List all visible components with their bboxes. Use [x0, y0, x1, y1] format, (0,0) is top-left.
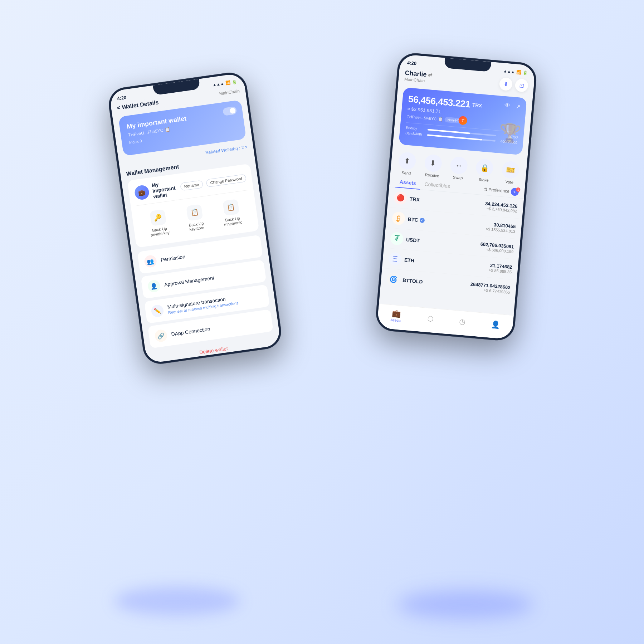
- bttold-amounts: 2648771.04328662 ≈$ 6.77419355: [470, 281, 511, 294]
- bottom-nav-profile[interactable]: 👤: [491, 319, 500, 329]
- btc-verified-badge: ✓: [419, 218, 425, 223]
- asset-list: 🔴 TRX 34,234,453.126 ≈$ 2,760,842,982 ₿ …: [380, 187, 524, 299]
- left-phone: 4:20 ▲▲▲ 📶 🔋 < Wallet Details MainChain …: [107, 70, 284, 366]
- trx-amounts: 34,234,453.126 ≈$ 2,760,842,982: [485, 201, 518, 213]
- backup-mnemonic[interactable]: 📋 Back Up mnemonic: [221, 199, 242, 226]
- send-action[interactable]: ⬆ Send: [397, 152, 416, 176]
- time-left: 4:20: [117, 94, 127, 101]
- btc-icon: ₿: [392, 211, 406, 225]
- eth-icon: Ξ: [388, 252, 402, 266]
- energy-label: Energy: [406, 126, 426, 131]
- vote-icon: 🎫: [501, 161, 520, 179]
- right-phone: 4:20 ▲▲▲ 📶 🔋 Charlie ⇄ MainChain ⬇: [375, 52, 538, 342]
- bottom-nav-history[interactable]: ◷: [459, 317, 465, 326]
- stake-icon: 🔒: [475, 158, 494, 177]
- bottom-nav-assets[interactable]: 💼 Assets: [390, 308, 402, 322]
- eth-amounts: 21.174682 ≈$ 85,885.35: [489, 262, 512, 274]
- profile-nav-icon: 👤: [491, 319, 500, 329]
- scan-button[interactable]: ⊡: [514, 78, 528, 92]
- sunold-name: SUNOLD: [400, 298, 422, 299]
- swap-action[interactable]: ↔ Swap: [449, 156, 468, 180]
- notif-badge: 1: [516, 187, 521, 192]
- bandwidth-label: Bandwidth: [405, 131, 425, 137]
- history-nav-icon: ◷: [459, 317, 465, 326]
- usdt-amounts: 602,786.035091 ≈$ 606,000.199: [480, 241, 514, 254]
- multisig-icon: ✏️: [151, 304, 164, 318]
- approval-icon: 👤: [147, 279, 161, 293]
- backup-keystore-icon: 📋: [186, 204, 203, 221]
- vote-action[interactable]: 🎫 Vote: [501, 161, 519, 185]
- preference-button[interactable]: ⇅ Preference + 1: [483, 185, 519, 196]
- status-icons-left: ▲▲▲ 📶 🔋: [212, 79, 237, 87]
- eth-name: ETH: [404, 257, 414, 263]
- wallet-name-label: My important wallet: [151, 179, 178, 199]
- header-actions: ⬇ ⊡: [499, 77, 528, 92]
- balance-card: 👁 ↗ 56,456,453.221 TRX ≈ $3,951,951.71 T…: [399, 87, 527, 155]
- bttold-icon: 🌀: [386, 272, 400, 286]
- bottom-nav-discover[interactable]: ⬡: [427, 314, 434, 323]
- dapp-icon: 🔗: [154, 329, 168, 342]
- backup-mnemonic-icon: 📋: [223, 199, 239, 216]
- header-user: Charlie ⇄ MainChain: [404, 69, 433, 84]
- usdt-icon: ₮: [390, 231, 404, 245]
- rename-button[interactable]: Rename: [180, 180, 203, 191]
- bottom-nav: 💼 Assets ⬡ ◷ 👤: [377, 303, 513, 340]
- bttold-name: BTTOLD: [402, 277, 423, 285]
- add-asset-button[interactable]: + 1: [511, 187, 519, 196]
- eye-icon[interactable]: 👁: [504, 102, 511, 109]
- permission-icon: 👥: [143, 254, 157, 268]
- change-password-button[interactable]: Change Password: [206, 174, 247, 187]
- send-icon: ⬆: [398, 152, 416, 170]
- backup-keystore[interactable]: 📋 Back Up keystore: [186, 204, 205, 231]
- status-icons-right: ▲▲▲ 📶 🔋: [503, 69, 528, 75]
- wallet-avatar: 💼: [134, 184, 150, 200]
- swap-icon: ↔: [450, 156, 468, 175]
- tab-assets[interactable]: Assets: [395, 176, 421, 189]
- assets-nav-icon: 💼: [392, 309, 401, 318]
- receive-icon: ⬇: [424, 154, 443, 172]
- sunold-icon: 😎: [385, 293, 399, 299]
- receive-action[interactable]: ⬇ Receive: [423, 154, 442, 178]
- expand-icon[interactable]: ↗: [516, 103, 521, 110]
- discover-nav-icon: ⬡: [427, 314, 434, 323]
- backup-key-icon: 🔑: [150, 209, 166, 226]
- btc-name: BTC ✓: [408, 216, 425, 224]
- btc-amounts: 30.810455 ≈$ 1555,934,813: [486, 221, 516, 233]
- backup-private-key[interactable]: 🔑 Back Up private key: [147, 209, 170, 237]
- trx-name: TRX: [409, 196, 420, 203]
- nav-chain: MainChain: [219, 88, 240, 96]
- stake-action[interactable]: 🔒 Stake: [475, 158, 494, 183]
- receive-header-button[interactable]: ⬇: [499, 77, 513, 91]
- usdt-name: USDT: [406, 236, 420, 243]
- time-right: 4:20: [407, 60, 417, 66]
- trx-icon: 🔴: [394, 191, 408, 205]
